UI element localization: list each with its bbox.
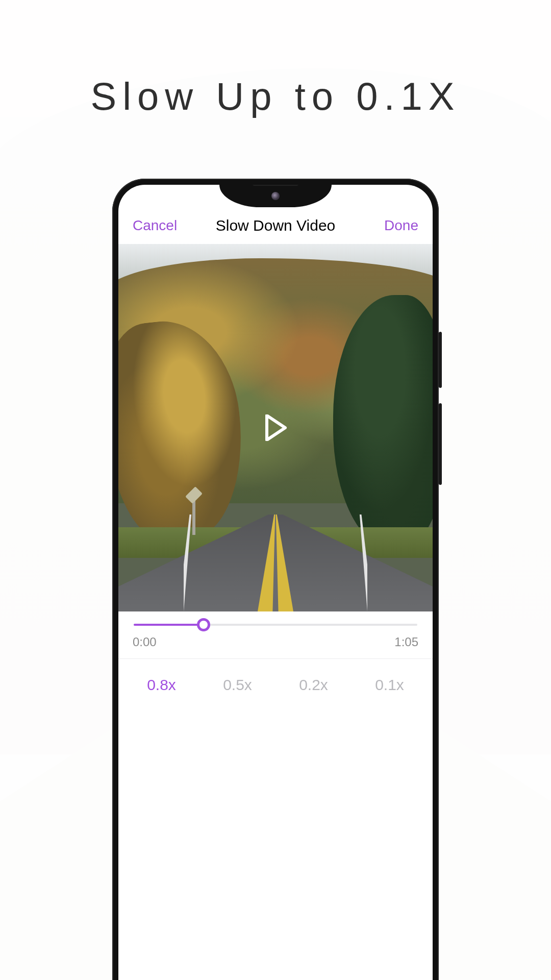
scrubber-track[interactable] [134,624,417,626]
phone-mockup: Cancel Slow Down Video Done [112,179,439,980]
scrubber-fill [134,624,204,626]
play-icon[interactable] [264,414,287,441]
speed-option-1[interactable]: 0.5x [223,676,252,694]
time-duration: 1:05 [394,635,418,649]
scrubber-times: 0:00 1:05 [133,635,418,649]
promo-headline: Slow Up to 0.1X [0,74,551,118]
time-current: 0:00 [133,635,157,649]
scrubber[interactable]: 0:00 1:05 [118,611,433,656]
speed-options: 0.8x 0.5x 0.2x 0.1x [118,659,433,711]
phone-side-button [439,332,442,388]
phone-side-button [439,403,442,485]
speed-option-0[interactable]: 0.8x [147,676,176,694]
speed-option-2[interactable]: 0.2x [299,676,328,694]
speed-option-3[interactable]: 0.1x [375,676,404,694]
done-button[interactable]: Done [384,217,418,234]
video-preview[interactable] [118,244,433,611]
cancel-button[interactable]: Cancel [133,217,177,234]
scrubber-thumb[interactable] [197,618,210,631]
phone-screen: Cancel Slow Down Video Done [118,185,433,980]
